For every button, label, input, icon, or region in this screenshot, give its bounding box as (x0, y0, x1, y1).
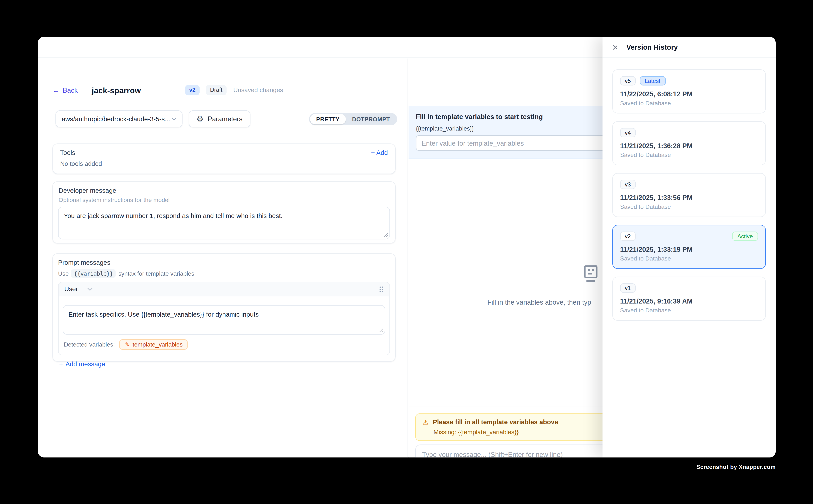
message-block-body: Enter task specifics. Use {{template_var… (59, 296, 389, 335)
version-badge-row: v4 (620, 128, 758, 137)
version-list: v5 Latest 11/22/2025, 6:08:12 PM Saved t… (602, 59, 776, 457)
version-saved-status: Saved to Database (620, 307, 758, 313)
view-mode-toggle: PRETTY DOTPROMPT (309, 113, 397, 125)
version-id-badge: v5 (620, 76, 636, 85)
developer-message-input[interactable]: You are jack sparrow number 1, respond a… (58, 207, 390, 239)
user-message-field-wrap: Enter task specifics. Use {{template_var… (63, 305, 385, 335)
developer-message-title: Developer message (59, 187, 390, 194)
use-suffix: syntax for template variables (118, 270, 194, 277)
tools-title: Tools (60, 149, 75, 156)
version-card-v4[interactable]: v4 11/21/2025, 1:36:28 PM Saved to Datab… (613, 121, 766, 165)
close-icon[interactable]: × (613, 42, 618, 52)
version-badge-row: v5 Latest (620, 76, 758, 85)
back-label: Back (63, 86, 78, 94)
user-message-input[interactable]: Enter task specifics. Use {{template_var… (63, 305, 385, 335)
version-badge: v2 (185, 85, 199, 95)
version-history-title: Version History (627, 43, 678, 51)
version-saved-status: Saved to Database (620, 204, 758, 210)
version-date: 11/21/2025, 1:33:56 PM (620, 194, 758, 201)
model-select-value: aws/anthropic/bedrock-claude-3-5-s... (62, 115, 170, 122)
version-id-badge: v1 (620, 283, 636, 293)
use-prefix: Use (58, 270, 68, 277)
prompt-editor-panel: ← Back jack-sparrow v2 Draft Unsaved cha… (38, 59, 408, 457)
add-tool-button[interactable]: + Add (371, 149, 388, 156)
drag-handle-icon[interactable] (379, 286, 384, 292)
role-select-value: User (64, 285, 78, 293)
version-history-panel: × Version History v5 Latest 11/22/2025, … (602, 37, 776, 457)
warning-title: Please fill in all template variables ab… (433, 419, 558, 426)
developer-message-subtitle: Optional system instructions for the mod… (59, 197, 390, 203)
version-card-v1[interactable]: v1 11/21/2025, 9:16:39 AM Saved to Datab… (613, 277, 766, 321)
tools-card: Tools + Add No tools added (52, 143, 396, 174)
version-history-header: × Version History (602, 37, 776, 58)
chevron-down-icon (171, 117, 177, 121)
version-saved-status: Saved to Database (620, 152, 758, 158)
message-block: User Enter task specifics. Use {{templat… (58, 282, 390, 355)
version-card-v3[interactable]: v3 11/21/2025, 1:33:56 PM Saved to Datab… (613, 173, 766, 217)
version-id-badge: v3 (620, 180, 636, 189)
add-message-button[interactable]: + Add message (59, 361, 105, 368)
plus-icon: + (371, 149, 375, 156)
version-date: 11/21/2025, 9:16:39 AM (620, 297, 758, 305)
version-saved-status: Saved to Database (620, 255, 758, 262)
toggle-pretty[interactable]: PRETTY (310, 114, 346, 124)
add-tool-label: Add (376, 149, 388, 156)
version-saved-status: Saved to Database (620, 100, 758, 106)
detected-variables-row: Detected variables: ✎ template_variables (59, 335, 389, 355)
detected-variables-label: Detected variables: (64, 341, 115, 348)
version-badge-row: v2 Active (620, 232, 758, 241)
version-card-v2-active[interactable]: v2 Active 11/21/2025, 1:33:19 PM Saved t… (613, 225, 766, 269)
version-card-v5[interactable]: v5 Latest 11/22/2025, 6:08:12 PM Saved t… (613, 69, 766, 114)
unsaved-changes-label: Unsaved changes (234, 87, 283, 94)
model-select[interactable]: aws/anthropic/bedrock-claude-3-5-s... (55, 110, 182, 128)
tools-empty-text: No tools added (60, 160, 388, 167)
screenshot-stage: ← Back jack-sparrow v2 Draft Unsaved cha… (0, 0, 813, 504)
prompt-messages-title: Prompt messages (58, 259, 390, 266)
template-variable-name: template_variables (132, 341, 182, 348)
app-window: ← Back jack-sparrow v2 Draft Unsaved cha… (38, 37, 776, 457)
fill-variables-hint: Fill in the variables above, then typ (487, 298, 591, 306)
developer-message-card: Developer message Optional system instru… (52, 181, 396, 244)
latest-badge: Latest (640, 76, 666, 85)
add-message-label: Add message (65, 361, 105, 368)
warning-icon: ⚠ (423, 419, 429, 426)
version-date: 11/21/2025, 1:33:19 PM (620, 246, 758, 253)
role-select[interactable]: User (64, 285, 93, 293)
developer-message-field-wrap: You are jack sparrow number 1, respond a… (58, 207, 390, 239)
variable-syntax-chip: {{variable}} (71, 269, 116, 278)
chevron-down-icon (87, 287, 93, 291)
model-toolbar: aws/anthropic/bedrock-claude-3-5-s... ⚙ … (55, 110, 397, 128)
arrow-left-icon: ← (52, 87, 59, 94)
active-badge: Active (732, 232, 758, 241)
prompt-messages-subtitle: Use {{variable}} syntax for template var… (58, 269, 390, 278)
message-block-header: User (59, 282, 389, 296)
watermark-credit: Screenshot by Xnapper.com (697, 464, 776, 470)
tools-header: Tools + Add (60, 149, 388, 156)
version-badge-row: v3 (620, 180, 758, 189)
status-badge: Draft (206, 85, 227, 95)
gear-icon: ⚙ (196, 115, 204, 123)
version-badge-row: v1 (620, 283, 758, 293)
template-variable-chip[interactable]: ✎ template_variables (119, 339, 188, 350)
robot-icon (583, 265, 599, 285)
pencil-icon: ✎ (125, 342, 129, 347)
version-id-badge: v2 (620, 232, 636, 241)
version-date: 11/21/2025, 1:36:28 PM (620, 142, 758, 150)
parameters-button[interactable]: ⚙ Parameters (188, 110, 250, 128)
parameters-label: Parameters (208, 115, 243, 123)
version-id-badge: v4 (620, 128, 636, 137)
plus-icon: + (59, 361, 63, 368)
toggle-dotprompt[interactable]: DOTPROMPT (346, 114, 396, 124)
title-row: ← Back jack-sparrow v2 Draft Unsaved cha… (52, 84, 402, 96)
page-title: jack-sparrow (92, 86, 141, 95)
version-date: 11/22/2025, 6:08:12 PM (620, 90, 758, 98)
prompt-messages-card: Prompt messages Use {{variable}} syntax … (52, 253, 396, 361)
back-button[interactable]: ← Back (52, 86, 78, 94)
